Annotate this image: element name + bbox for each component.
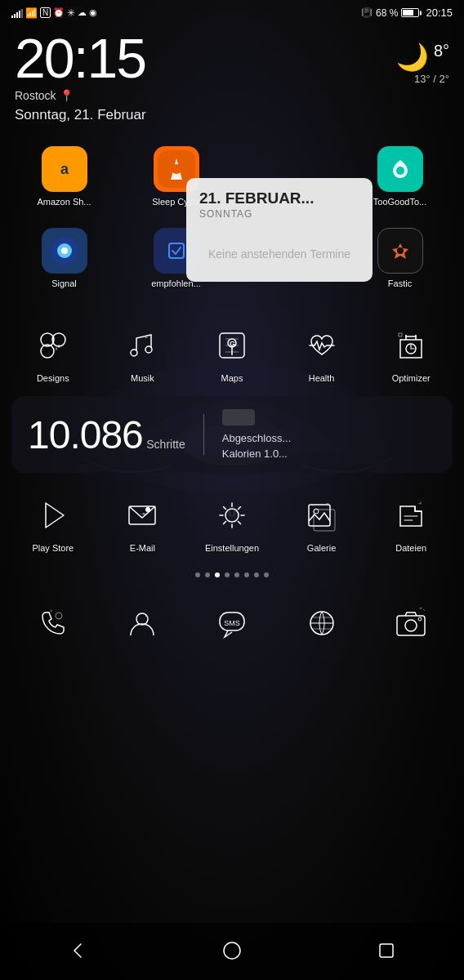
maps-label: Maps (221, 373, 243, 383)
dock-sms[interactable]: SMS (187, 592, 277, 659)
recent-button[interactable] (370, 934, 403, 967)
app-gallery[interactable]: Galerie (277, 484, 367, 561)
weather-temp: 8° (434, 42, 449, 60)
designs-icon (30, 323, 76, 368)
gallery-icon (299, 492, 345, 538)
health-label: Health (309, 373, 335, 383)
svg-point-32 (56, 612, 62, 619)
calendar-date: 21. FEBRUAR... (199, 189, 359, 208)
location-icon: 📍 (60, 89, 74, 102)
signal-icon (42, 228, 87, 274)
clock-date: Sonntag, 21. Februar (0, 105, 464, 135)
svg-point-11 (61, 247, 68, 254)
email-label: E-Mail (130, 543, 155, 553)
app-playstore[interactable]: Play Store (8, 484, 98, 561)
dock-contacts[interactable] (98, 592, 188, 659)
steps-right: Abgeschloss... Kalorien 1.0... (222, 409, 436, 460)
gallery-label: Galerie (307, 543, 336, 553)
weather-icon: 🌙 (396, 42, 429, 73)
clock-location: Rostock 📍 (15, 89, 145, 102)
svg-text:SMS: SMS (224, 619, 240, 627)
svg-point-38 (405, 620, 417, 631)
amazon-icon: a (42, 146, 87, 192)
status-right: 📳 68 % 20:15 (361, 7, 453, 19)
dock-camera[interactable] (366, 592, 456, 659)
page-dot-1[interactable] (205, 572, 210, 577)
weather-section: 🌙 8° 13° / 2° (396, 30, 449, 85)
svg-point-39 (418, 617, 422, 621)
phone-icon (30, 600, 76, 646)
playstore-icon (30, 492, 76, 538)
page-dot-4[interactable] (234, 572, 239, 577)
cloud-icon: ☁ (78, 7, 87, 18)
svg-text:G: G (230, 340, 235, 348)
wifi-icon: 📶 (25, 7, 38, 19)
weather-range: 13° / 2° (396, 73, 449, 85)
svg-point-6 (172, 164, 181, 174)
bluetooth-icon: ✳ (67, 7, 75, 19)
toogood-label: TooGoodTo... (373, 197, 426, 207)
app-health[interactable]: Health (277, 314, 367, 391)
extra-icon: ◉ (89, 7, 97, 18)
clock-section: 20:15 Rostock 📍 (15, 30, 145, 102)
page-dot-5[interactable] (244, 572, 249, 577)
files-icon (388, 492, 434, 538)
status-left: 📶 N ⏰ ✳ ☁ ◉ (11, 7, 97, 19)
app-settings[interactable]: Einstellungen (187, 484, 277, 561)
app-musik[interactable]: Musik (98, 314, 188, 391)
dock-browser[interactable] (277, 592, 367, 659)
svg-rect-37 (397, 616, 425, 635)
app-files[interactable]: Dateien (366, 484, 456, 561)
status-bar: 📶 N ⏰ ✳ ☁ ◉ 📳 68 % 20:15 (0, 0, 464, 22)
signal-icon (11, 8, 23, 18)
app-email[interactable]: E-Mail (98, 484, 188, 561)
app-maps[interactable]: G Maps (187, 314, 277, 391)
camera-icon (388, 600, 434, 646)
steps-label: Schritte (146, 438, 185, 451)
calendar-empty-message: Keine anstehenden Termine (199, 231, 359, 269)
app-amazon[interactable]: a Amazon Sh... (8, 138, 120, 215)
svg-point-19 (131, 350, 137, 356)
email-icon (119, 492, 165, 538)
battery-icon (401, 8, 419, 17)
page-dot-0[interactable] (195, 572, 200, 577)
nav-bar (0, 923, 464, 980)
vibrate-icon: 📳 (361, 7, 373, 18)
app-optimizer[interactable]: Optimizer (366, 314, 456, 391)
app-row-4: Play Store E-Mail Einstellungen (0, 479, 464, 566)
designs-label: Designs (37, 373, 69, 383)
page-dot-2[interactable] (215, 572, 220, 577)
optimizer-label: Optimizer (392, 373, 431, 383)
app-row-3: Designs Musik G Maps (0, 310, 464, 396)
home-button[interactable] (216, 934, 248, 967)
settings-icon (209, 492, 255, 538)
app-signal[interactable]: Signal (8, 220, 120, 296)
amazon-label: Amazon Sh... (37, 197, 91, 207)
svg-rect-41 (380, 944, 393, 957)
sms-icon: SMS (209, 600, 255, 646)
steps-abgeschlossen: Abgeschloss... (222, 432, 436, 444)
steps-widget[interactable]: 10.086 Schritte Abgeschloss... Kalorien … (11, 396, 453, 473)
app-designs[interactable]: Designs (8, 314, 98, 391)
steps-content: 10.086 Schritte (28, 412, 185, 457)
page-dot-7[interactable] (264, 572, 269, 577)
steps-image (222, 409, 255, 425)
svg-point-15 (397, 247, 404, 254)
fastic-icon (377, 228, 423, 274)
steps-kalorien: Kalorien 1.0... (222, 448, 436, 460)
svg-point-40 (224, 942, 240, 959)
calendar-widget[interactable]: 21. FEBRUAR... SONNTAG Keine anstehenden… (186, 178, 373, 282)
status-time: 20:15 (426, 7, 453, 19)
page-dot-6[interactable] (254, 572, 259, 577)
svg-point-20 (145, 346, 152, 353)
browser-icon (299, 600, 345, 646)
back-button[interactable] (61, 934, 94, 967)
steps-number: 10.086 (28, 413, 143, 457)
files-label: Dateien (395, 543, 426, 553)
maps-icon: G (209, 323, 255, 368)
dock-row: SMS (0, 584, 464, 664)
clock-time: 20:15 (15, 30, 145, 86)
svg-point-8 (396, 167, 404, 175)
page-dot-3[interactable] (225, 572, 230, 577)
dock-phone[interactable] (8, 592, 98, 659)
